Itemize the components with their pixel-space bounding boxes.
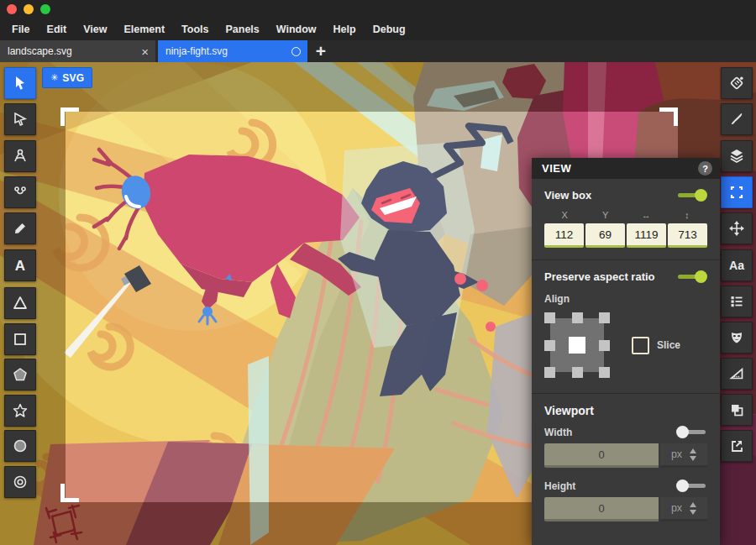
tool-star[interactable] xyxy=(4,395,36,427)
panel-button-view[interactable] xyxy=(721,176,753,208)
direct-select-cursor-icon xyxy=(12,111,29,128)
view-box-height-input[interactable] xyxy=(668,223,707,248)
align-min-min[interactable] xyxy=(544,312,555,323)
help-icon[interactable]: ? xyxy=(698,161,712,176)
menu-debug[interactable]: Debug xyxy=(365,19,414,40)
new-tab-button[interactable]: + xyxy=(310,40,332,62)
menu-element[interactable]: Element xyxy=(115,19,173,40)
close-tab-icon[interactable]: × xyxy=(141,45,149,58)
panel-button-export[interactable] xyxy=(721,430,753,462)
zoom-window-icon[interactable] xyxy=(40,4,50,14)
object-list-icon xyxy=(728,293,745,310)
step-down-icon[interactable] xyxy=(690,456,696,461)
align-max-max[interactable] xyxy=(599,367,610,378)
tool-ellipse[interactable] xyxy=(4,430,36,462)
tool-pencil[interactable] xyxy=(4,212,36,244)
stepper xyxy=(690,448,696,461)
unsaved-indicator-icon[interactable] xyxy=(291,47,301,56)
panel-button-objects[interactable] xyxy=(721,286,753,317)
tool-transform-points[interactable] xyxy=(4,140,36,172)
tool-triangle[interactable] xyxy=(4,287,36,319)
transform-points-icon xyxy=(12,148,29,165)
step-up-icon[interactable] xyxy=(690,502,696,507)
menu-bar: File Edit View Element Tools Panels Wind… xyxy=(0,19,756,40)
panel-button-compositing[interactable] xyxy=(721,394,753,426)
panel-button-fill[interactable] xyxy=(721,67,753,99)
unit-label: px xyxy=(671,502,682,514)
view-box-column-headers: X Y ↔ ↕ xyxy=(544,210,707,220)
panel-button-masks[interactable] xyxy=(721,322,753,354)
align-min-mid[interactable] xyxy=(544,340,555,351)
slice-checkbox[interactable] xyxy=(632,337,649,354)
panel-button-geometry[interactable] xyxy=(721,358,753,390)
tool-text[interactable]: A xyxy=(4,249,36,281)
view-box-y-input[interactable] xyxy=(585,223,625,248)
pencil-icon xyxy=(12,220,29,237)
tool-direct-select[interactable] xyxy=(4,103,36,135)
panel-button-layers[interactable] xyxy=(721,140,753,172)
view-box-x-input[interactable] xyxy=(544,223,584,248)
rectangle-icon xyxy=(12,331,29,348)
preserve-aspect-ratio-label: Preserve aspect ratio xyxy=(544,270,655,283)
preserve-aspect-ratio-section: Preserve aspect ratio Align Slice xyxy=(532,260,720,394)
viewport-width-input[interactable] xyxy=(544,443,659,468)
view-box-label: View box xyxy=(544,189,591,202)
align-mid-mid-selected[interactable] xyxy=(569,337,585,354)
tab-label: ninja-fight.svg xyxy=(165,45,291,57)
align-max-min[interactable] xyxy=(599,312,610,323)
menu-help[interactable]: Help xyxy=(325,19,365,40)
tab-ninja-fight-svg[interactable]: ninja-fight.svg xyxy=(158,40,307,62)
viewport-width-toggle[interactable] xyxy=(676,426,707,438)
menu-view[interactable]: View xyxy=(75,19,115,40)
close-window-icon[interactable] xyxy=(7,4,17,14)
col-x: X xyxy=(544,210,585,220)
menu-file[interactable]: File xyxy=(3,19,39,40)
view-brackets-icon xyxy=(728,184,745,201)
panel-button-stroke[interactable] xyxy=(721,103,753,135)
unit-label: px xyxy=(671,448,682,460)
tool-donut[interactable] xyxy=(4,466,36,498)
viewbox-corner-handle-bottom-left[interactable] xyxy=(60,484,79,502)
layers-icon xyxy=(728,148,745,165)
viewport-section: Viewport Width px Height px xyxy=(532,394,720,533)
viewport-height-input[interactable] xyxy=(544,497,659,521)
panel-button-typography[interactable]: Aa xyxy=(721,249,753,281)
align-grid xyxy=(544,312,610,378)
tab-label: landscape.svg xyxy=(8,45,141,57)
star-icon xyxy=(12,402,29,419)
traffic-lights xyxy=(7,4,50,14)
align-mid-min[interactable] xyxy=(572,312,583,323)
menu-panels[interactable]: Panels xyxy=(217,19,267,40)
preserve-aspect-ratio-toggle[interactable] xyxy=(676,270,707,283)
tab-landscape-svg[interactable]: landscape.svg × xyxy=(0,40,155,62)
viewbox-corner-handle-top-left[interactable] xyxy=(60,107,79,126)
menu-edit[interactable]: Edit xyxy=(39,19,76,40)
view-box-width-input[interactable] xyxy=(627,223,666,248)
menu-window[interactable]: Window xyxy=(268,19,325,40)
menu-tools[interactable]: Tools xyxy=(173,19,217,40)
step-up-icon[interactable] xyxy=(690,448,696,453)
tool-edit-handles[interactable] xyxy=(4,176,36,208)
tool-rectangle[interactable] xyxy=(4,323,36,355)
view-box-toggle[interactable] xyxy=(676,189,707,202)
select-cursor-icon xyxy=(12,75,29,92)
viewport-height-unit: px xyxy=(660,497,707,521)
tool-pentagon[interactable] xyxy=(4,359,36,390)
align-mid-max[interactable] xyxy=(572,367,583,378)
minimize-window-icon[interactable] xyxy=(24,4,34,14)
panel-title: VIEW xyxy=(542,162,571,175)
viewport-title: Viewport xyxy=(544,404,707,417)
asterisk-icon: ✳ xyxy=(50,73,58,82)
view-panel: VIEW ? View box X Y ↔ ↕ Preserve aspect … xyxy=(532,158,720,545)
viewport-height-toggle[interactable] xyxy=(676,479,707,492)
align-max-mid[interactable] xyxy=(599,340,610,351)
selected-element-badge[interactable]: ✳ SVG xyxy=(42,67,92,88)
viewbox-corner-handle-top-right[interactable] xyxy=(659,107,678,126)
panel-button-transforms[interactable] xyxy=(721,212,753,244)
align-min-max[interactable] xyxy=(544,367,555,378)
viewport-height-label: Height xyxy=(544,480,575,492)
view-panel-header: VIEW ? xyxy=(532,158,720,179)
tool-select[interactable] xyxy=(4,67,36,99)
edit-handles-icon xyxy=(12,184,29,201)
step-down-icon[interactable] xyxy=(690,510,696,515)
